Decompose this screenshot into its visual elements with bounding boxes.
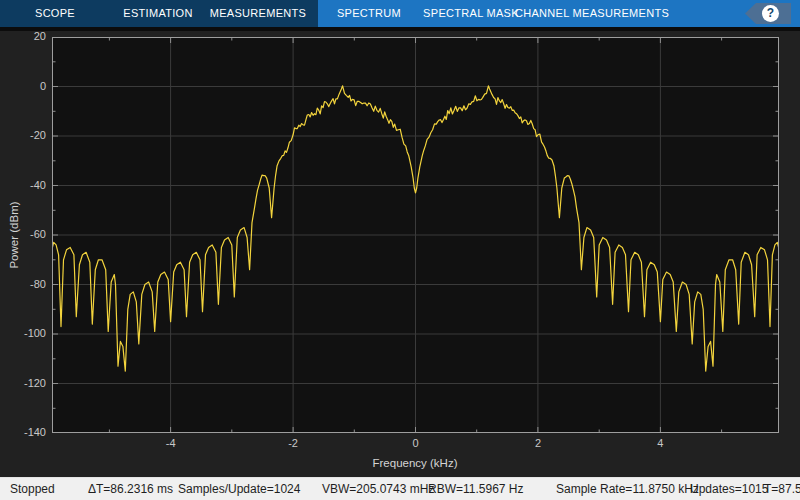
toolstrip: SCOPEESTIMATIONMEASUREMENTSSPECTRUMSPECT…: [0, 0, 800, 27]
status-bar: StoppedΔT=86.2316 msSamples/Update=1024V…: [0, 477, 800, 500]
status-metric: VBW=205.0743 mHz: [322, 478, 434, 500]
x-tick-label: -2: [288, 437, 298, 449]
tab-estimation[interactable]: ESTIMATION: [123, 0, 192, 27]
spectrum-plot: [52, 37, 779, 433]
y-tick-label: -60: [0, 228, 46, 240]
status-metric: Samples/Update=1024: [178, 478, 300, 500]
x-axis-label: Frequency (kHz): [373, 457, 458, 469]
status-state: Stopped: [10, 478, 55, 500]
y-tick-label: -80: [0, 278, 46, 290]
status-metric: Sample Rate=11.8750 kHz: [556, 478, 699, 500]
y-tick-label: -20: [0, 129, 46, 141]
tab-spectrum[interactable]: SPECTRUM: [337, 0, 401, 27]
status-metric: Updates=1015: [690, 478, 768, 500]
y-tick-label: -120: [0, 377, 46, 389]
x-tick-label: 0: [412, 437, 418, 449]
status-metric: RBW=11.5967 Hz: [428, 478, 524, 500]
y-tick-label: -140: [0, 426, 46, 438]
x-tick-label: 4: [657, 437, 663, 449]
x-tick-label: 2: [535, 437, 541, 449]
x-tick-label: -4: [166, 437, 176, 449]
tab-measurements[interactable]: MEASUREMENTS: [210, 0, 307, 27]
figure-top-divider: [0, 27, 800, 31]
tab-channel-measurements[interactable]: CHANNEL MEASUREMENTS: [515, 0, 669, 27]
figure-area: -4-2024200-20-40-60-80-100-120-140 Frequ…: [0, 27, 800, 477]
tab-scope[interactable]: SCOPE: [35, 0, 75, 27]
y-tick-label: 20: [0, 30, 46, 42]
y-axis-label: Power (dBm): [8, 201, 20, 268]
status-metric: ΔT=86.2316 ms: [88, 478, 173, 500]
help-icon: ?: [762, 5, 779, 22]
y-tick-label: -100: [0, 327, 46, 339]
plot-axes[interactable]: [52, 37, 779, 433]
y-tick-label: 0: [0, 80, 46, 92]
status-metric: T=87.57: [764, 478, 800, 500]
tab-spectral-mask[interactable]: SPECTRAL MASK: [423, 0, 519, 27]
spectrum-analyzer-window: SCOPEESTIMATIONMEASUREMENTSSPECTRUMSPECT…: [0, 0, 800, 500]
y-tick-label: -40: [0, 179, 46, 191]
